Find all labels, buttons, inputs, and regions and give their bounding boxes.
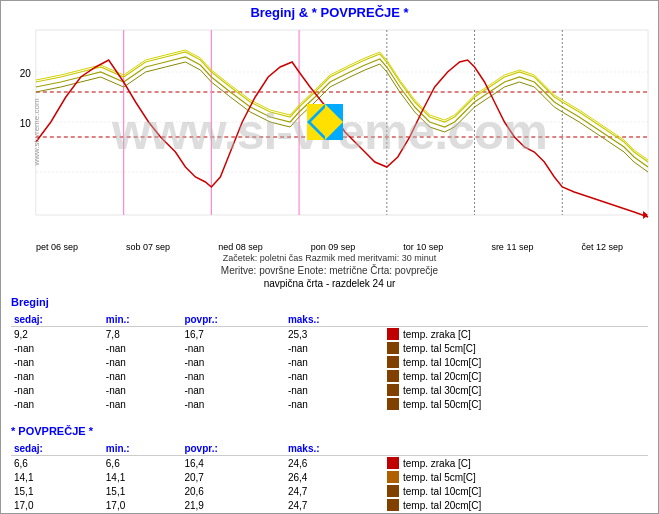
table-row: 15,115,120,624,7temp. tal 10cm[C] (11, 484, 648, 498)
section1-table: sedaj: min.: povpr.: maks.: 9,27,816,725… (11, 313, 648, 411)
table-cell: 6,6 (103, 456, 182, 471)
legend-label: temp. tal 50cm[C] (403, 399, 481, 410)
x-label-4: tor 10 sep (403, 242, 443, 252)
legend-color-box (387, 471, 399, 483)
table-cell: 9,2 (11, 327, 103, 342)
table-cell: -nan (11, 341, 103, 355)
section1-table-col: sedaj: min.: povpr.: maks.: 9,27,816,725… (11, 313, 648, 411)
table-cell: -nan (285, 341, 384, 355)
chart-container: www.si-vreme.com www.si-vreme.com (1, 22, 658, 242)
legend-cell: temp. tal 10cm[C] (384, 355, 648, 369)
table-cell: -nan (103, 355, 182, 369)
legend-color-box (387, 342, 399, 354)
col-sedaj-1: sedaj: (11, 313, 103, 327)
table-cell: 14,1 (103, 470, 182, 484)
legend-label: temp. zraka [C] (403, 329, 471, 340)
table-cell: -nan (181, 397, 284, 411)
table-cell: 16,4 (181, 456, 284, 471)
table-cell: -nan (11, 383, 103, 397)
table-row: 17,017,021,924,7temp. tal 20cm[C] (11, 498, 648, 512)
table-cell: 17,0 (103, 498, 182, 512)
legend-color-box (387, 328, 399, 340)
x-label-2: ned 08 sep (218, 242, 263, 252)
col-maks-1: maks.: (285, 313, 384, 327)
x-label-0: pet 06 sep (36, 242, 78, 252)
table-cell: -nan (103, 397, 182, 411)
side-label: www.si-vreme.com (32, 98, 41, 165)
table-cell: -nan (181, 341, 284, 355)
x-axis-labels: pet 06 sep sob 07 sep ned 08 sep pon 09 … (1, 242, 658, 252)
table-cell: 20,7 (181, 470, 284, 484)
table-row: -nan-nan-nan-nantemp. tal 10cm[C] (11, 355, 648, 369)
x-label-1: sob 07 sep (126, 242, 170, 252)
col-sedaj-2: sedaj: (11, 442, 103, 456)
table-row: -nan-nan-nan-nantemp. tal 50cm[C] (11, 397, 648, 411)
table-cell: -nan (181, 383, 284, 397)
table-cell: -nan (285, 369, 384, 383)
legend-cell: temp. tal 10cm[C] (384, 484, 648, 498)
legend-label: temp. tal 10cm[C] (403, 357, 481, 368)
sub-label: Začetek: poletni čas Razmik med meritvam… (1, 252, 658, 264)
legend-cell: temp. tal 5cm[C] (384, 341, 648, 355)
col-maks-2: maks.: (285, 442, 384, 456)
table-cell: 17,0 (11, 498, 103, 512)
legend-cell: temp. tal 20cm[C] (384, 369, 648, 383)
table-cell: 15,1 (11, 484, 103, 498)
table-cell: 21,9 (181, 498, 284, 512)
logo (307, 104, 343, 140)
table-row: 9,27,816,725,3temp. zraka [C] (11, 327, 648, 342)
table-cell: -nan (11, 397, 103, 411)
table-cell: -nan (285, 383, 384, 397)
col-povpr-2: povpr.: (181, 442, 284, 456)
legend-cell: temp. tal 30cm[C] (384, 383, 648, 397)
col-povpr-1: povpr.: (181, 313, 284, 327)
table-cell: -nan (103, 341, 182, 355)
table-cell: 24,7 (285, 484, 384, 498)
section2-table-col: sedaj: min.: povpr.: maks.: 6,66,616,424… (11, 442, 648, 514)
col-min-1: min.: (103, 313, 182, 327)
legend-color-box (387, 384, 399, 396)
legend-label: temp. tal 20cm[C] (403, 371, 481, 382)
info-line-1: Meritve: površne Enote: metrične Črta: p… (1, 264, 658, 277)
table-cell: 20,6 (181, 484, 284, 498)
table-cell: -nan (103, 383, 182, 397)
table-cell: 24,6 (285, 456, 384, 471)
table-cell: -nan (181, 369, 284, 383)
legend-label: temp. tal 20cm[C] (403, 500, 481, 511)
legend-label: temp. tal 5cm[C] (403, 343, 476, 354)
legend-color-box (387, 370, 399, 382)
table-cell: -nan (285, 355, 384, 369)
x-label-6: čet 12 sep (581, 242, 623, 252)
col-min-2: min.: (103, 442, 182, 456)
x-label-5: sre 11 sep (491, 242, 533, 252)
legend-label: temp. tal 10cm[C] (403, 486, 481, 497)
legend-label: temp. tal 5cm[C] (403, 472, 476, 483)
col-legend-2 (384, 442, 648, 456)
page-title: Breginj & * POVPREČJE * (1, 1, 658, 22)
table-cell: -nan (181, 355, 284, 369)
legend-color-box (387, 485, 399, 497)
section2-data: sedaj: min.: povpr.: maks.: 6,66,616,424… (1, 438, 658, 514)
section1-data: sedaj: min.: povpr.: maks.: 9,27,816,725… (1, 309, 658, 415)
section2-table: sedaj: min.: povpr.: maks.: 6,66,616,424… (11, 442, 648, 514)
table-cell: 7,8 (103, 327, 182, 342)
table-row: -nan-nan-nan-nantemp. tal 20cm[C] (11, 369, 648, 383)
legend-cell: temp. zraka [C] (384, 327, 648, 342)
svg-text:20: 20 (20, 68, 32, 79)
legend-color-box (387, 499, 399, 511)
legend-label: temp. tal 30cm[C] (403, 385, 481, 396)
legend-cell: temp. zraka [C] (384, 456, 648, 471)
table-cell: 15,1 (103, 484, 182, 498)
table-cell: -nan (11, 369, 103, 383)
table-row: 14,114,120,726,4temp. tal 5cm[C] (11, 470, 648, 484)
table-cell: 26,4 (285, 470, 384, 484)
svg-text:10: 10 (20, 118, 32, 129)
table-cell: -nan (11, 355, 103, 369)
table-cell: -nan (285, 397, 384, 411)
section2-title: * POVPREČJE * (1, 421, 658, 438)
legend-color-box (387, 398, 399, 410)
col-legend-1 (384, 313, 648, 327)
table-row: 6,66,616,424,6temp. zraka [C] (11, 456, 648, 471)
legend-cell: temp. tal 50cm[C] (384, 397, 648, 411)
x-label-3: pon 09 sep (311, 242, 356, 252)
